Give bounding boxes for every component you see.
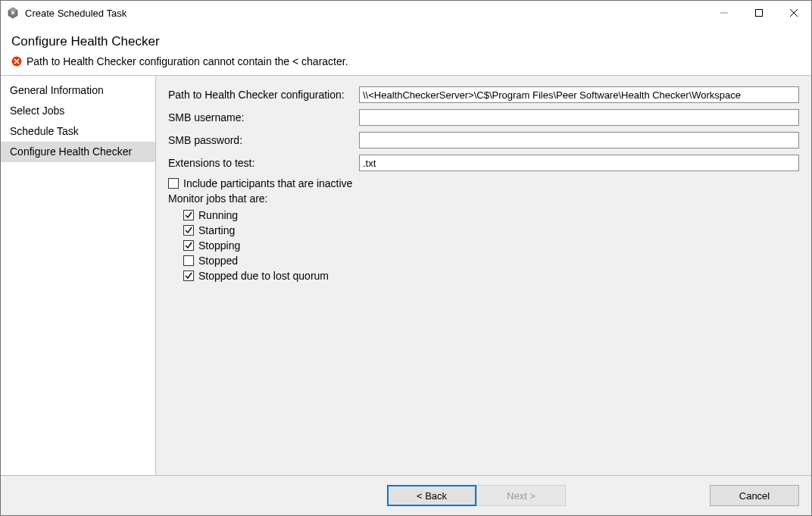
include-inactive-checkbox[interactable]	[168, 178, 179, 189]
svg-rect-4	[756, 10, 763, 17]
state-stopping-label: Stopping	[198, 239, 240, 252]
sidebar-item-general-information[interactable]: General Information	[1, 80, 155, 101]
smb-username-label: SMB username:	[168, 111, 359, 124]
state-starting-checkbox[interactable]	[183, 225, 194, 236]
state-running-checkbox[interactable]	[183, 210, 194, 220]
extensions-input[interactable]	[359, 155, 799, 171]
row-state-stopped-quorum: Stopped due to lost quorum	[183, 270, 799, 282]
smb-username-input[interactable]	[359, 109, 799, 126]
smb-password-input[interactable]	[359, 132, 799, 149]
state-stopped-quorum-label: Stopped due to lost quorum	[198, 270, 329, 282]
row-state-stopped: Stopped	[183, 255, 799, 267]
row-extensions: Extensions to test:	[168, 155, 799, 171]
sidebar-item-configure-health-checker[interactable]: Configure Health Checker	[1, 142, 155, 162]
error-icon	[11, 56, 22, 67]
path-label: Path to Health Checker configuration:	[168, 89, 359, 101]
wizard-body: General Information Select Jobs Schedule…	[1, 75, 811, 476]
sidebar-item-label: Schedule Task	[10, 125, 79, 137]
cancel-button[interactable]: Cancel	[710, 485, 799, 506]
row-state-starting: Starting	[183, 224, 799, 236]
row-path: Path to Health Checker configuration:	[168, 86, 799, 103]
wizard-sidebar: General Information Select Jobs Schedule…	[1, 76, 156, 475]
titlebar: Create Scheduled Task	[1, 1, 811, 25]
row-include-inactive: Include participants that are inactive	[168, 177, 799, 189]
state-starting-label: Starting	[198, 224, 235, 236]
state-stopped-quorum-checkbox[interactable]	[183, 271, 194, 281]
sidebar-item-label: Configure Health Checker	[10, 145, 132, 158]
path-input[interactable]	[359, 86, 799, 103]
smb-password-label: SMB password:	[168, 134, 359, 146]
row-state-running: Running	[183, 209, 799, 221]
cancel-button-label: Cancel	[739, 490, 770, 502]
sidebar-item-label: Select Jobs	[10, 105, 64, 117]
error-message-text: Path to Health Checker configuration can…	[27, 55, 348, 67]
svg-point-2	[11, 11, 15, 15]
include-inactive-label: Include participants that are inactive	[183, 177, 352, 189]
svg-line-5	[790, 9, 798, 17]
row-state-stopping: Stopping	[183, 239, 799, 252]
state-stopping-checkbox[interactable]	[183, 240, 194, 251]
next-button-label: Next >	[507, 490, 536, 502]
wizard-header: Configure Health Checker Path to Health …	[1, 25, 811, 75]
button-bar: < Back Next > Cancel	[1, 476, 811, 515]
app-icon	[7, 7, 19, 19]
minimize-button[interactable]	[707, 1, 742, 25]
next-button: Next >	[476, 485, 566, 506]
sidebar-item-schedule-task[interactable]: Schedule Task	[1, 121, 155, 142]
state-stopped-label: Stopped	[198, 255, 238, 267]
svg-line-6	[790, 9, 798, 17]
state-stopped-checkbox[interactable]	[183, 255, 194, 266]
error-message-row: Path to Health Checker configuration can…	[11, 55, 801, 67]
window-controls	[707, 1, 811, 25]
row-smb-user: SMB username:	[168, 109, 799, 126]
state-running-label: Running	[198, 209, 238, 221]
row-smb-pass: SMB password:	[168, 132, 799, 149]
back-button[interactable]: < Back	[387, 485, 476, 506]
sidebar-item-label: General Information	[10, 84, 104, 96]
window-title: Create Scheduled Task	[25, 8, 707, 19]
monitor-jobs-label: Monitor jobs that are:	[168, 192, 799, 205]
wizard-window: Create Scheduled Task Configure Health C…	[0, 0, 812, 516]
form-panel: Path to Health Checker configuration: SM…	[156, 76, 811, 475]
page-title: Configure Health Checker	[11, 34, 801, 49]
maximize-button[interactable]	[742, 1, 776, 25]
extensions-label: Extensions to test:	[168, 157, 359, 169]
sidebar-item-select-jobs[interactable]: Select Jobs	[1, 101, 155, 121]
back-button-label: < Back	[417, 490, 447, 502]
close-button[interactable]	[776, 1, 811, 25]
